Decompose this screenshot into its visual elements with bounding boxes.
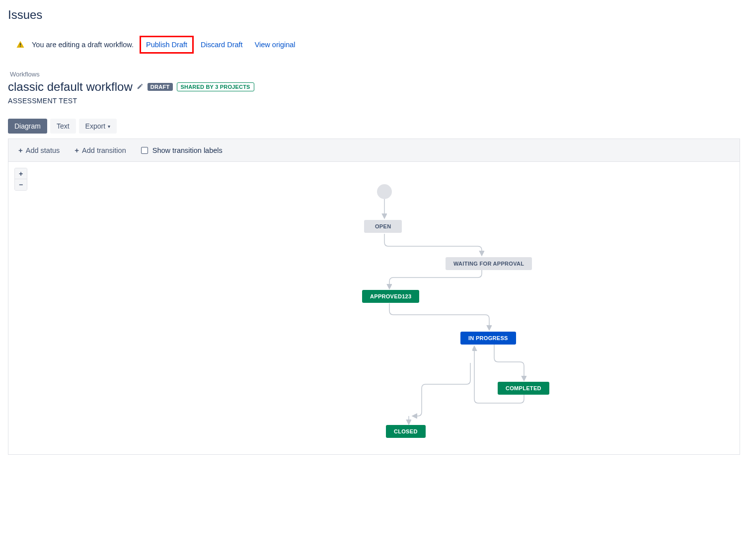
plus-icon: + <box>18 146 23 154</box>
plus-icon: + <box>75 146 79 154</box>
pencil-icon[interactable] <box>137 83 144 91</box>
publish-draft-link[interactable]: Publish Draft <box>146 41 187 49</box>
shared-badge[interactable]: SHARED BY 3 PROJECTS <box>177 82 254 91</box>
draft-banner: You are editing a draft workflow. Publis… <box>8 33 740 57</box>
workflow-subtitle: ASSESSMENT TEST <box>8 97 740 105</box>
page-title: Issues <box>8 8 740 22</box>
add-status-label: Add status <box>26 146 60 154</box>
checkbox-icon <box>141 147 148 154</box>
draft-badge: DRAFT <box>148 83 173 91</box>
view-original-link[interactable]: View original <box>255 41 296 49</box>
show-transition-labels-label: Show transition labels <box>152 146 223 154</box>
status-in-progress[interactable]: IN PROGRESS <box>460 332 516 345</box>
tab-export[interactable]: Export ▾ <box>79 119 117 134</box>
tab-text[interactable]: Text <box>50 119 76 134</box>
workflow-title: classic default workflow <box>8 80 133 94</box>
diagram-toolbar: + Add status + Add transition Show trans… <box>8 139 740 162</box>
workflow-start-node[interactable] <box>377 184 392 199</box>
view-tabs: Diagram Text Export ▾ <box>8 119 740 134</box>
status-completed[interactable]: COMPLETED <box>498 382 549 395</box>
status-waiting-for-approval[interactable]: WAITING FOR APPROVAL <box>446 257 532 270</box>
diagram-canvas[interactable]: + − OPEN WAITING FOR APPROVAL APPROVED12… <box>8 162 740 455</box>
workflow-header: classic default workflow DRAFT SHARED BY… <box>8 80 740 94</box>
status-open[interactable]: OPEN <box>364 220 402 233</box>
draft-banner-text: You are editing a draft workflow. <box>32 41 134 49</box>
show-transition-labels-toggle[interactable]: Show transition labels <box>141 146 223 154</box>
tab-diagram[interactable]: Diagram <box>8 119 47 134</box>
status-closed[interactable]: CLOSED <box>386 425 426 438</box>
breadcrumb[interactable]: Workflows <box>8 70 740 78</box>
highlight-publish: Publish Draft <box>140 36 194 54</box>
chevron-down-icon: ▾ <box>108 124 110 129</box>
add-status-button[interactable]: + Add status <box>18 146 60 154</box>
add-transition-label: Add transition <box>82 146 126 154</box>
add-transition-button[interactable]: + Add transition <box>75 146 126 154</box>
tab-export-label: Export <box>85 122 105 130</box>
warning-icon <box>16 40 25 49</box>
status-approved[interactable]: APPROVED123 <box>362 290 419 303</box>
discard-draft-link[interactable]: Discard Draft <box>201 41 243 49</box>
